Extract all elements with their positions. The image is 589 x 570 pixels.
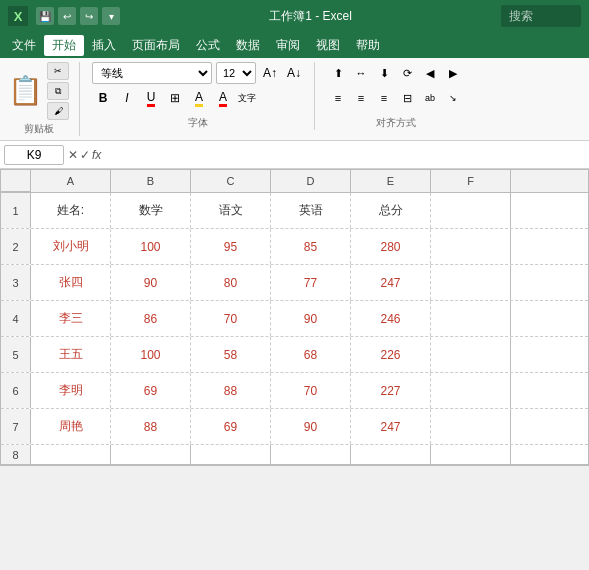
font-name-select[interactable]: 等线 <box>92 62 212 84</box>
row-header-3[interactable]: 3 <box>1 265 31 300</box>
col-header-d[interactable]: D <box>271 170 351 192</box>
menu-view[interactable]: 视图 <box>308 35 348 56</box>
cell-c1[interactable]: 语文 <box>191 193 271 228</box>
font-color-button[interactable]: A <box>212 87 234 109</box>
cell-a1[interactable]: 姓名: <box>31 193 111 228</box>
col-header-e[interactable]: E <box>351 170 431 192</box>
cell-d4[interactable]: 90 <box>271 301 351 336</box>
menu-formula[interactable]: 公式 <box>188 35 228 56</box>
align-middle-button[interactable]: ↔ <box>350 62 372 84</box>
align-bottom-button[interactable]: ⬇ <box>373 62 395 84</box>
format-painter-button[interactable]: 🖌 <box>47 102 69 120</box>
cell-reference-input[interactable] <box>4 145 64 165</box>
cell-b5[interactable]: 100 <box>111 337 191 372</box>
row-header-7[interactable]: 7 <box>1 409 31 444</box>
cell-e6[interactable]: 227 <box>351 373 431 408</box>
menu-data[interactable]: 数据 <box>228 35 268 56</box>
cell-a2[interactable]: 刘小明 <box>31 229 111 264</box>
save-button[interactable]: 💾 <box>36 7 54 25</box>
wrap-text-button[interactable]: 文字 <box>236 87 258 109</box>
expand-align-button[interactable]: ↘ <box>442 87 464 109</box>
font-size-select[interactable]: 12 <box>216 62 256 84</box>
align-top-button[interactable]: ⬆ <box>327 62 349 84</box>
cell-b4[interactable]: 86 <box>111 301 191 336</box>
cell-c2[interactable]: 95 <box>191 229 271 264</box>
cell-c5[interactable]: 58 <box>191 337 271 372</box>
cell-c8[interactable] <box>191 445 271 464</box>
cell-d6[interactable]: 70 <box>271 373 351 408</box>
search-input[interactable] <box>501 5 581 27</box>
menu-file[interactable]: 文件 <box>4 35 44 56</box>
cell-f1[interactable] <box>431 193 511 228</box>
row-header-2[interactable]: 2 <box>1 229 31 264</box>
quick-access-toolbar[interactable]: 💾 ↩ ↪ ▾ <box>36 7 120 25</box>
cell-b1[interactable]: 数学 <box>111 193 191 228</box>
col-header-f[interactable]: F <box>431 170 511 192</box>
increase-font-button[interactable]: A↑ <box>260 63 280 83</box>
cut-button[interactable]: ✂ <box>47 62 69 80</box>
indent-increase-button[interactable]: ▶ <box>442 62 464 84</box>
paste-icon[interactable]: 📋 <box>8 77 43 105</box>
cell-e1[interactable]: 总分 <box>351 193 431 228</box>
formula-input[interactable] <box>105 148 585 162</box>
cell-a7[interactable]: 周艳 <box>31 409 111 444</box>
decrease-font-button[interactable]: A↓ <box>284 63 304 83</box>
cell-d1[interactable]: 英语 <box>271 193 351 228</box>
cell-b7[interactable]: 88 <box>111 409 191 444</box>
italic-button[interactable]: I <box>116 87 138 109</box>
cell-c4[interactable]: 70 <box>191 301 271 336</box>
cell-a4[interactable]: 李三 <box>31 301 111 336</box>
align-center-button[interactable]: ≡ <box>350 87 372 109</box>
menu-insert[interactable]: 插入 <box>84 35 124 56</box>
cell-d3[interactable]: 77 <box>271 265 351 300</box>
formula-confirm-icon[interactable]: ✓ <box>80 148 90 162</box>
fill-color-button[interactable]: A <box>188 87 210 109</box>
cell-a5[interactable]: 王五 <box>31 337 111 372</box>
cell-b8[interactable] <box>111 445 191 464</box>
cell-f8[interactable] <box>431 445 511 464</box>
border-button[interactable]: ⊞ <box>164 87 186 109</box>
underline-button[interactable]: U <box>140 87 162 109</box>
col-header-a[interactable]: A <box>31 170 111 192</box>
cell-a6[interactable]: 李明 <box>31 373 111 408</box>
cell-e8[interactable] <box>351 445 431 464</box>
copy-button[interactable]: ⧉ <box>47 82 69 100</box>
cell-b3[interactable]: 90 <box>111 265 191 300</box>
menu-home[interactable]: 开始 <box>44 35 84 56</box>
cell-d8[interactable] <box>271 445 351 464</box>
cell-c7[interactable]: 69 <box>191 409 271 444</box>
formula-cancel-icon[interactable]: ✕ <box>68 148 78 162</box>
cell-f5[interactable] <box>431 337 511 372</box>
cell-e5[interactable]: 226 <box>351 337 431 372</box>
cell-e2[interactable]: 280 <box>351 229 431 264</box>
cell-a8[interactable] <box>31 445 111 464</box>
cell-d5[interactable]: 68 <box>271 337 351 372</box>
cell-e7[interactable]: 247 <box>351 409 431 444</box>
row-header-6[interactable]: 6 <box>1 373 31 408</box>
align-left-button[interactable]: ≡ <box>327 87 349 109</box>
menu-help[interactable]: 帮助 <box>348 35 388 56</box>
cell-f2[interactable] <box>431 229 511 264</box>
cell-f3[interactable] <box>431 265 511 300</box>
cell-b6[interactable]: 69 <box>111 373 191 408</box>
merge-button[interactable]: ⊟ <box>396 87 418 109</box>
cell-c3[interactable]: 80 <box>191 265 271 300</box>
cell-f6[interactable] <box>431 373 511 408</box>
formula-fx-icon[interactable]: fx <box>92 148 101 162</box>
row-header-8[interactable]: 8 <box>1 445 31 464</box>
bold-button[interactable]: B <box>92 87 114 109</box>
align-right-button[interactable]: ≡ <box>373 87 395 109</box>
more-button[interactable]: ▾ <box>102 7 120 25</box>
cell-e3[interactable]: 247 <box>351 265 431 300</box>
row-header-4[interactable]: 4 <box>1 301 31 336</box>
text-direction-button[interactable]: ⟳ <box>396 62 418 84</box>
cell-d2[interactable]: 85 <box>271 229 351 264</box>
col-header-c[interactable]: C <box>191 170 271 192</box>
col-header-b[interactable]: B <box>111 170 191 192</box>
cell-d7[interactable]: 90 <box>271 409 351 444</box>
cell-c6[interactable]: 88 <box>191 373 271 408</box>
redo-button[interactable]: ↪ <box>80 7 98 25</box>
cell-f7[interactable] <box>431 409 511 444</box>
undo-button[interactable]: ↩ <box>58 7 76 25</box>
cell-b2[interactable]: 100 <box>111 229 191 264</box>
